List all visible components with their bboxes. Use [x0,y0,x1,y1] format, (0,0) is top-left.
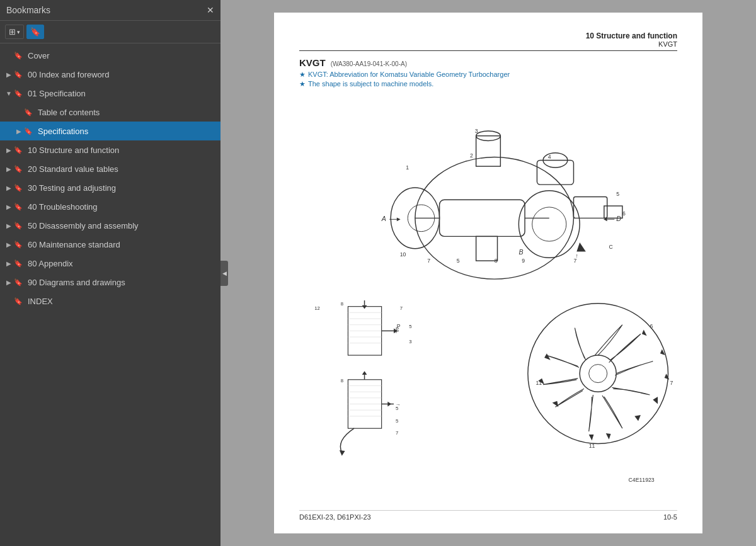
svg-rect-2 [537,160,573,185]
sidebar-item-label-specifications: Specifications [38,127,215,136]
svg-text:11: 11 [536,380,542,386]
svg-text:B: B [518,248,523,256]
sidebar-item-label-spec: 01 Specification [28,89,215,98]
sidebar-toolbar: ⊞ ▾ 🔖 [0,21,220,43]
bookmark-icon-toc: 🔖 [24,108,34,117]
svg-marker-17 [397,217,401,221]
svg-text:3: 3 [475,128,478,134]
sidebar-item-maint[interactable]: 🔖60 Maintenance standard [0,235,220,254]
svg-text:C4E11923: C4E11923 [629,477,655,483]
svg-text:5: 5 [396,418,398,424]
bookmark-tree: 🔖Cover🔖00 Index and foreword🔖01 Specific… [0,43,220,546]
svg-text:5: 5 [409,324,411,329]
svg-marker-79 [634,415,641,421]
svg-text:7: 7 [396,430,398,436]
expand-arrow-trouble[interactable] [4,203,14,210]
sidebar-item-spec[interactable]: 🔖01 Specification [0,84,220,103]
bookmark-icon-struct: 🔖 [14,146,24,154]
sidebar-item-disasm[interactable]: 🔖50 Disassembly and assembly [0,216,220,235]
sidebar-title: Bookmarks [6,5,50,15]
svg-text:6: 6 [650,323,653,329]
expand-arrow-diag[interactable] [4,279,14,286]
bookmark-panel-button[interactable]: 🔖 [26,25,44,39]
svg-text:9: 9 [522,258,525,264]
sidebar-item-struct[interactable]: 🔖10 Structure and function [0,140,220,159]
svg-text:2: 2 [470,152,473,159]
svg-text:5: 5 [396,406,398,411]
svg-point-72 [528,304,668,444]
diagram-area: A D B 3 4 5 6 C 7 9 8 [299,94,677,506]
collapse-panel-handle[interactable]: ◀ [220,261,228,286]
sidebar-header: Bookmarks ✕ [0,0,220,21]
expand-arrow-maint[interactable] [4,241,14,248]
expand-arrow-specifications[interactable] [14,128,24,135]
bookmark-icon: 🔖 [30,27,40,37]
svg-text:8: 8 [341,378,343,384]
page-footer-model: D61EXI-23, D61PXI-23 [299,513,371,521]
kvgt-section-title: KVGT (WA380-AA19-041-K-00-A) [299,57,677,68]
star-icon-1: ★ [299,71,306,79]
svg-text:5: 5 [457,258,460,264]
expand-arrow-struct[interactable] [4,147,14,154]
svg-text:10: 10 [400,251,406,258]
svg-marker-82 [544,353,551,360]
svg-text:8: 8 [341,301,343,307]
svg-text:8: 8 [495,258,498,264]
svg-rect-11 [440,200,525,236]
svg-marker-80 [553,401,559,407]
sidebar-item-index[interactable]: 🔖INDEX [0,292,220,310]
sidebar-item-cover[interactable]: 🔖Cover [0,46,220,65]
expand-arrow-test[interactable] [4,185,14,191]
sidebar-item-label-test: 30 Testing and adjusting [28,183,215,193]
expand-arrow-disasm[interactable] [4,222,14,229]
page-header-subtitle: KVGT [299,40,677,48]
chevron-down-icon: ▾ [17,29,20,35]
svg-text:4: 4 [548,154,551,160]
expand-arrow-append[interactable] [4,260,14,267]
sidebar-item-idx[interactable]: 🔖00 Index and foreword [0,65,220,84]
sidebar-item-label-std: 20 Standard value tables [28,164,215,174]
sidebar-item-std[interactable]: 🔖20 Standard value tables [0,159,220,178]
document-page: 10 Structure and function KVGT KVGT (WA3… [274,13,702,533]
main-content: 10 Structure and function KVGT KVGT (WA3… [220,0,756,546]
sidebar-item-label-toc: Table of contents [38,108,215,117]
svg-text:12: 12 [314,305,320,311]
sidebar-item-specifications[interactable]: 🔖Specifications [0,122,220,140]
svg-text:6: 6 [622,210,626,217]
page-header-title: 10 Structure and function [299,31,677,40]
expand-arrow-idx[interactable] [4,71,14,78]
page-footer: D61EXI-23, D61PXI-23 10-5 [299,510,677,521]
svg-marker-45 [362,305,367,309]
sidebar-item-diag[interactable]: 🔖90 Diagrams and drawings [0,273,220,292]
bookmark-icon-cover: 🔖 [14,52,24,60]
sidebar-item-label-struct: 10 Structure and function [28,145,215,155]
sidebar-item-toc[interactable]: 🔖Table of contents [0,103,220,122]
turbocharger-diagram: A D B 3 4 5 6 C 7 9 8 [299,94,677,506]
svg-text:7: 7 [400,305,403,311]
svg-point-8 [518,191,580,258]
bookmark-icon-std: 🔖 [14,165,24,173]
page-number: 10-5 [663,513,677,521]
sidebar-item-test[interactable]: 🔖30 Testing and adjusting [0,178,220,197]
view-options-button[interactable]: ⊞ ▾ [5,25,24,39]
close-sidebar-button[interactable]: ✕ [207,6,214,14]
svg-text:P: P [397,323,401,329]
sidebar-item-label-diag: 90 Diagrams and drawings [28,278,215,287]
expand-arrow-std[interactable] [4,166,14,173]
svg-marker-77 [665,373,670,380]
svg-marker-84 [606,433,611,440]
bookmark-icon-idx: 🔖 [14,71,24,79]
kvgt-label: KVGT [299,57,326,68]
svg-text:11: 11 [589,443,595,449]
svg-marker-58 [362,371,367,375]
expand-arrow-spec[interactable] [4,90,14,97]
kvgt-note-1: ★ KVGT: Abbreviation for Komatsu Variabl… [299,71,677,79]
svg-text:7: 7 [670,380,673,386]
bookmark-icon-specifications: 🔖 [24,127,34,135]
bookmark-icon-diag: 🔖 [14,278,24,287]
bookmark-icon-spec: 🔖 [14,89,24,98]
sidebar-item-append[interactable]: 🔖80 Appendix [0,254,220,273]
sidebar-item-trouble[interactable]: 🔖40 Troubleshooting [0,197,220,216]
kvgt-note-2: ★ The shape is subject to machine models… [299,80,677,88]
sidebar-item-label-disasm: 50 Disassembly and assembly [28,221,215,230]
